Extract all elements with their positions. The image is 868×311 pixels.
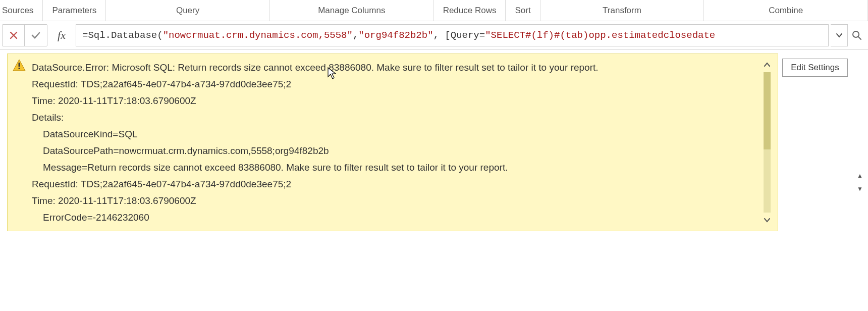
ribbon-group-combine[interactable]: Combine [704,0,868,21]
triangle-down-icon[interactable]: ▼ [857,185,863,192]
chevron-up-icon [764,62,771,67]
search-icon [852,30,862,40]
scroll-track[interactable] [764,72,771,213]
formula-action-buttons [2,24,47,46]
error-line-8: RequestId: TDS;2a2af645-4e07-47b4-a734-9… [32,176,757,192]
ribbon-group-sources[interactable]: Sources [0,0,43,21]
error-scrollbar[interactable] [761,59,774,226]
fx-label: fx [49,29,74,42]
scroll-up-button[interactable] [762,59,773,70]
formula-string-3: "SELECT#(lf)#(tab)opp.estimatedclosedate [485,30,715,41]
error-line-1: DataSource.Error: Microsoft SQL: Return … [32,59,757,76]
svg-rect-2 [19,68,20,69]
scroll-down-button[interactable] [762,215,773,226]
formula-input[interactable]: = Sql.Database( "nowcrmuat.crm.dynamics.… [76,24,829,46]
ribbon-group-reduce-rows[interactable]: Reduce Rows [434,0,506,21]
chevron-down-icon [764,218,771,223]
error-line-6: DataSourcePath=nowcrmuat.crm.dynamics.co… [32,142,757,159]
error-line-3: Time: 2020-11-11T17:18:03.6790600Z [32,92,757,109]
edit-settings-area: Edit Settings [778,54,854,311]
check-icon [31,31,41,40]
close-icon [9,31,18,40]
ribbon-group-query[interactable]: Query [106,0,270,21]
error-message[interactable]: DataSource.Error: Microsoft SQL: Return … [32,59,757,226]
ribbon-toolbar: Sources Parameters Query Manage Columns … [0,0,868,21]
search-area[interactable] [850,30,864,40]
formula-text-1: Sql.Database( [88,30,162,41]
svg-point-0 [853,31,859,37]
formula-bar: fx = Sql.Database( "nowcrmuat.crm.dynami… [0,21,868,49]
formula-eq: = [82,30,88,41]
content-area: DataSource.Error: Microsoft SQL: Return … [0,49,868,311]
right-gutter: ▲ ▼ [854,54,866,311]
error-line-7: Message=Return records size cannot excee… [32,159,757,176]
formula-string-2: "org94f82b2b" [358,30,433,41]
error-line-5: DataSourceKind=SQL [32,126,757,142]
error-line-4: Details: [32,109,757,126]
formula-string-1: "nowcrmuat.crm.dynamics.com,5558" [163,30,353,41]
triangle-up-icon[interactable]: ▲ [857,172,863,179]
error-line-9: Time: 2020-11-11T17:18:03.6790600Z [32,192,757,209]
chevron-down-icon [836,33,843,38]
edit-settings-button[interactable]: Edit Settings [782,59,848,77]
error-line-10: ErrorCode=-2146232060 [32,209,757,226]
formula-expand-button[interactable] [831,24,848,46]
cancel-button[interactable] [3,25,25,46]
ribbon-group-parameters[interactable]: Parameters [43,0,106,21]
error-line-2: RequestId: TDS;2a2af645-4e07-47b4-a734-9… [32,76,757,92]
ribbon-group-manage-columns[interactable]: Manage Columns [270,0,434,21]
error-pane: DataSource.Error: Microsoft SQL: Return … [7,54,778,231]
scroll-thumb[interactable] [764,72,771,149]
svg-rect-1 [19,63,20,67]
formula-text-3: , [Query= [433,30,485,41]
formula-text-2: , [353,30,358,41]
warning-icon [13,59,26,71]
ribbon-group-sort[interactable]: Sort [506,0,540,21]
ribbon-group-transform[interactable]: Transform [540,0,704,21]
confirm-button[interactable] [25,25,47,46]
